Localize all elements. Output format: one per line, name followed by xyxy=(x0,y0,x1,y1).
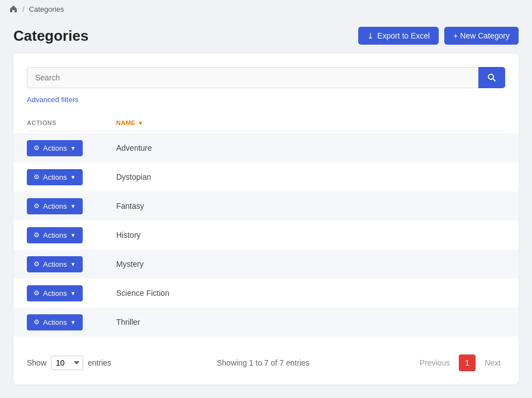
export-excel-button[interactable]: ⤓ Export to Excel xyxy=(358,27,439,45)
category-name: Dystopian xyxy=(116,172,505,181)
actions-button[interactable]: ⚙ Actions ▼ xyxy=(27,140,83,156)
sort-icon: ▼ xyxy=(137,120,143,126)
chevron-down-icon: ▼ xyxy=(70,261,76,267)
actions-button-label: Actions xyxy=(43,289,67,298)
actions-button-label: Actions xyxy=(43,173,67,181)
category-name: Thriller xyxy=(116,318,505,327)
chevron-down-icon: ▼ xyxy=(70,232,76,238)
actions-button-label: Actions xyxy=(43,260,67,268)
download-icon: ⤓ xyxy=(367,31,374,40)
gear-icon: ⚙ xyxy=(34,173,40,181)
table-row: ⚙ Actions ▼ Dystopian xyxy=(27,162,505,191)
category-name: Adventure xyxy=(116,143,505,152)
show-entries: Show 10 25 50 100 entries xyxy=(27,356,111,370)
actions-button[interactable]: ⚙ Actions ▼ xyxy=(27,314,83,330)
actions-button[interactable]: ⚙ Actions ▼ xyxy=(27,285,83,301)
actions-cell: ⚙ Actions ▼ xyxy=(27,227,116,243)
table-body: ⚙ Actions ▼ Adventure ⚙ Actions ▼ Dystop… xyxy=(27,133,505,337)
actions-button[interactable]: ⚙ Actions ▼ xyxy=(27,198,83,214)
home-icon xyxy=(9,4,18,13)
pagination-prev-button[interactable]: Previous xyxy=(415,356,454,370)
breadcrumb-current: Categories xyxy=(29,5,64,13)
actions-button-label: Actions xyxy=(43,144,67,152)
category-name: Science Fiction xyxy=(116,289,505,298)
table-row: ⚙ Actions ▼ Adventure xyxy=(13,133,519,162)
main-card: Advanced filters ACTIONS NAME ▼ ⚙ Action… xyxy=(13,54,519,385)
new-category-button[interactable]: + New Category xyxy=(444,27,519,45)
search-button[interactable] xyxy=(478,67,505,88)
new-category-button-label: + New Category xyxy=(453,31,510,40)
chevron-down-icon: ▼ xyxy=(70,145,76,151)
entries-select[interactable]: 10 25 50 100 xyxy=(51,356,83,370)
export-button-label: Export to Excel xyxy=(377,31,430,40)
gear-icon: ⚙ xyxy=(34,202,40,210)
actions-button-label: Actions xyxy=(43,231,67,239)
gear-icon: ⚙ xyxy=(34,289,40,297)
chevron-down-icon: ▼ xyxy=(70,203,76,209)
breadcrumb: / Categories xyxy=(0,0,532,18)
actions-button[interactable]: ⚙ Actions ▼ xyxy=(27,256,83,272)
pagination: Previous 1 Next xyxy=(415,354,505,371)
pagination-page-1[interactable]: 1 xyxy=(459,354,476,371)
show-label: Show xyxy=(27,358,46,367)
actions-cell: ⚙ Actions ▼ xyxy=(27,314,116,330)
actions-button[interactable]: ⚙ Actions ▼ xyxy=(27,227,83,243)
category-name: Fantasy xyxy=(116,202,505,210)
actions-cell: ⚙ Actions ▼ xyxy=(27,285,116,301)
table-row: ⚙ Actions ▼ Thriller xyxy=(13,308,519,337)
chevron-down-icon: ▼ xyxy=(70,290,76,296)
table-row: ⚙ Actions ▼ Fantasy xyxy=(13,191,519,220)
gear-icon: ⚙ xyxy=(34,144,40,152)
actions-column-header: ACTIONS xyxy=(27,119,116,126)
table-row: ⚙ Actions ▼ Science Fiction xyxy=(27,279,505,308)
name-col-label: NAME xyxy=(116,119,135,126)
search-row xyxy=(27,67,505,88)
pagination-next-button[interactable]: Next xyxy=(480,356,505,370)
name-column-header: NAME ▼ xyxy=(116,119,505,126)
svg-line-1 xyxy=(493,79,495,81)
advanced-filters-link[interactable]: Advanced filters xyxy=(27,95,79,104)
gear-icon: ⚙ xyxy=(34,260,40,268)
search-input[interactable] xyxy=(27,67,478,88)
actions-cell: ⚙ Actions ▼ xyxy=(27,169,116,185)
gear-icon: ⚙ xyxy=(34,231,40,239)
actions-cell: ⚙ Actions ▼ xyxy=(27,198,116,214)
table-row: ⚙ Actions ▼ History xyxy=(27,220,505,250)
actions-cell: ⚙ Actions ▼ xyxy=(27,256,116,272)
table-footer: Show 10 25 50 100 entries Showing 1 to 7… xyxy=(27,348,505,371)
chevron-down-icon: ▼ xyxy=(70,319,76,325)
actions-cell: ⚙ Actions ▼ xyxy=(27,140,116,156)
category-name: Mystery xyxy=(116,260,505,268)
entries-info: Showing 1 to 7 of 7 entries xyxy=(217,358,310,367)
page-header: Categories ⤓ Export to Excel + New Categ… xyxy=(13,18,519,54)
breadcrumb-separator: / xyxy=(22,5,25,13)
page-title: Categories xyxy=(13,27,88,45)
actions-button-label: Actions xyxy=(43,202,67,210)
chevron-down-icon: ▼ xyxy=(70,174,76,180)
gear-icon: ⚙ xyxy=(34,318,40,326)
actions-button-label: Actions xyxy=(43,318,67,327)
category-name: History xyxy=(116,231,505,239)
table-row: ⚙ Actions ▼ Mystery xyxy=(13,250,519,279)
entries-label: entries xyxy=(88,358,111,367)
actions-button[interactable]: ⚙ Actions ▼ xyxy=(27,169,83,185)
page-container: Categories ⤓ Export to Excel + New Categ… xyxy=(0,18,532,398)
table-header-row: ACTIONS NAME ▼ xyxy=(27,115,505,131)
search-icon xyxy=(487,73,496,82)
header-actions: ⤓ Export to Excel + New Category xyxy=(358,27,519,45)
categories-table: ACTIONS NAME ▼ ⚙ Actions ▼ Adventure ⚙ xyxy=(27,115,505,337)
